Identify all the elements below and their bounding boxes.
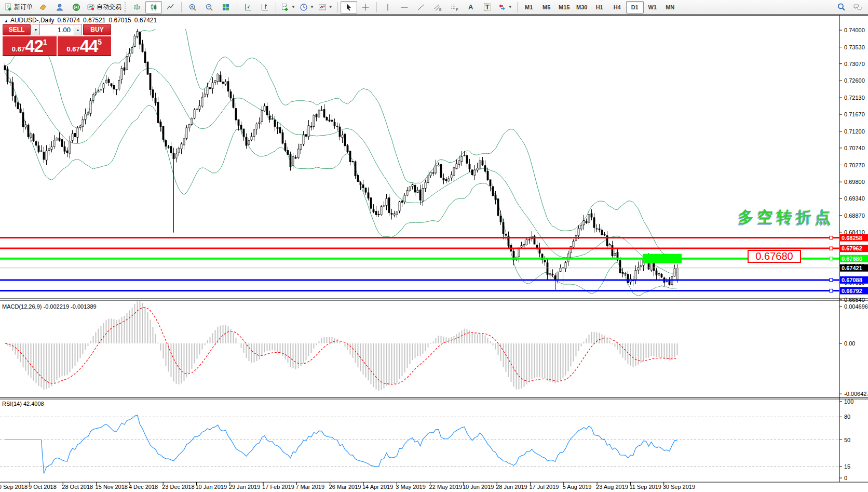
candle-body — [134, 36, 135, 46]
sell-button[interactable]: SELL — [3, 24, 31, 35]
toolbar-separator — [276, 2, 276, 12]
vertical-line-tool-button[interactable] — [379, 1, 396, 14]
candle-body — [453, 168, 455, 176]
candle-body — [28, 125, 29, 137]
price-level-annotation-box[interactable]: 0.67680 — [748, 250, 801, 263]
crosshair-icon — [361, 3, 370, 11]
channel-icon: E — [433, 3, 442, 11]
timeframe-button-MN[interactable]: MN — [661, 1, 679, 14]
candle-body — [432, 172, 434, 174]
text-label-tool-button[interactable]: T — [479, 1, 496, 14]
candle-body — [87, 113, 89, 115]
timeframe-button-M30[interactable]: M30 — [573, 1, 591, 14]
candle-body — [593, 218, 595, 228]
navigator-button[interactable] — [51, 1, 68, 14]
chat-button[interactable] — [849, 1, 866, 14]
timeframe-button-H4[interactable]: H4 — [608, 1, 626, 14]
new-order-button[interactable]: 新订单 — [2, 1, 35, 14]
candle-body — [368, 193, 369, 198]
volume-decrease-button[interactable]: ▼ — [32, 24, 40, 35]
candle-body — [612, 245, 613, 256]
rsi-axis-tick-label: 50 — [844, 437, 850, 443]
candle-body — [591, 214, 592, 217]
level-line-handle[interactable] — [830, 247, 833, 250]
candle-body — [399, 202, 400, 211]
candle-body — [466, 155, 468, 163]
candle-body — [38, 145, 39, 151]
auto-trading-button[interactable]: 自动交易 — [85, 1, 124, 14]
zoom-out-button[interactable] — [201, 1, 218, 14]
candle-body — [503, 222, 504, 234]
svg-text:F: F — [456, 7, 458, 11]
buy-button[interactable]: BUY — [83, 24, 111, 35]
market-watch-button[interactable] — [35, 1, 51, 14]
candle-body — [48, 149, 50, 151]
bar-chart-button[interactable] — [129, 1, 145, 14]
toolbar-separator — [517, 2, 518, 12]
volume-input[interactable] — [40, 24, 74, 35]
level-line-handle[interactable] — [830, 236, 833, 240]
macd-axis-tick-label: 0.004696 — [844, 303, 868, 310]
candle-body — [25, 125, 26, 127]
sell-price-pip: 1 — [43, 38, 47, 46]
candle-body — [240, 125, 242, 129]
candle-body — [33, 135, 34, 141]
candle-body — [17, 103, 19, 109]
level-line-handle[interactable] — [830, 278, 833, 282]
candle-body — [357, 175, 359, 182]
level-line-handle[interactable] — [830, 289, 833, 292]
candle-body — [430, 172, 431, 176]
timeframe-button-M5[interactable]: M5 — [538, 1, 555, 14]
timeframe-button-M15[interactable]: M15 — [555, 1, 573, 14]
toolbar-separator — [181, 2, 182, 12]
rsi-axis-tick-label: 15 — [844, 463, 850, 470]
candle-body — [207, 87, 208, 94]
candle-body — [194, 110, 195, 118]
crosshair-tool-button[interactable] — [357, 1, 374, 14]
macd-axis-tick-label: -0.006427 — [844, 391, 868, 397]
candle-body — [152, 90, 154, 98]
horizontal-line-tool-button[interactable] — [396, 1, 413, 14]
fibonacci-tool-button[interactable]: F — [446, 1, 463, 14]
timeframe-button-D1[interactable]: D1 — [626, 1, 644, 14]
level-line-handle[interactable] — [830, 257, 833, 260]
signal-icon — [72, 3, 80, 11]
buy-price[interactable]: 0.67445 — [58, 36, 112, 56]
candle-body — [604, 234, 605, 235]
search-button[interactable] — [833, 1, 849, 14]
timeframe-button-H1[interactable]: H1 — [591, 1, 608, 14]
zoom-in-button[interactable] — [184, 1, 201, 14]
timeframe-button-M1[interactable]: M1 — [520, 1, 538, 14]
candlestick-chart-button[interactable] — [145, 1, 162, 14]
turning-point-annotation[interactable]: 多空转折点 — [738, 207, 834, 228]
signals-button[interactable] — [68, 1, 85, 14]
trendline-tool-button[interactable] — [413, 1, 429, 14]
auto-scroll-button[interactable] — [240, 1, 256, 14]
candle-body — [438, 165, 439, 166]
chart-shift-button[interactable] — [256, 1, 273, 14]
sell-price[interactable]: 0.67421 — [3, 36, 57, 56]
chart-canvas[interactable]: 0.740000.735300.730700.726000.721300.716… — [0, 16, 868, 492]
candle-body — [427, 176, 429, 183]
line-chart-button[interactable] — [162, 1, 179, 14]
candle-body — [388, 198, 390, 213]
templates-button[interactable]: ▼ — [316, 1, 335, 14]
candle-body — [259, 122, 260, 124]
candle-body — [238, 119, 239, 125]
sell-price-big: 42 — [25, 38, 43, 55]
arrows-tool-button[interactable]: ▼ — [496, 1, 514, 14]
tile-windows-button[interactable] — [218, 1, 234, 14]
candle-body — [404, 195, 405, 202]
candle-body — [43, 152, 45, 159]
candle-body — [12, 83, 13, 96]
candle-body — [661, 274, 662, 277]
equidistant-channel-tool-button[interactable]: E — [429, 1, 446, 14]
volume-increase-button[interactable]: ▲ — [74, 24, 82, 35]
candle-body — [74, 133, 76, 137]
text-tool-button[interactable]: A — [463, 1, 479, 14]
timeframe-button-W1[interactable]: W1 — [644, 1, 661, 14]
indicators-button[interactable]: ▼ — [279, 1, 297, 14]
periods-button[interactable]: ▼ — [297, 1, 316, 14]
candle-body — [126, 57, 128, 70]
cursor-tool-button[interactable] — [341, 1, 357, 14]
